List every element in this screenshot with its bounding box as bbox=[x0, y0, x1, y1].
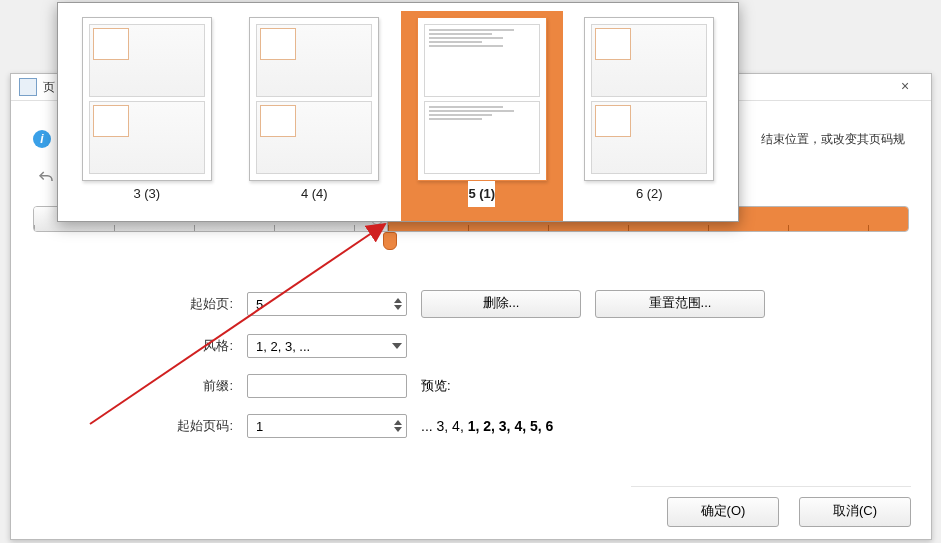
spinner-buttons[interactable] bbox=[394, 420, 402, 432]
app-icon bbox=[19, 78, 37, 96]
chevron-down-icon[interactable] bbox=[392, 343, 402, 349]
thumbnail-popup: 3 (3) 4 (4) 5 (1) 6 (2) bbox=[57, 2, 739, 222]
start-page-label: 起始页: bbox=[33, 295, 233, 313]
start-number-value: 1 bbox=[256, 419, 263, 434]
style-label: 风格: bbox=[33, 337, 233, 355]
chevron-down-icon[interactable] bbox=[394, 427, 402, 432]
thumbnail-caption: 3 (3) bbox=[133, 181, 160, 207]
chevron-up-icon[interactable] bbox=[394, 420, 402, 425]
thumbnail-caption: 5 (1) bbox=[468, 181, 495, 207]
undo-icon[interactable] bbox=[37, 169, 55, 187]
thumbnail-page bbox=[82, 17, 212, 181]
thumbnail-item[interactable]: 3 (3) bbox=[66, 11, 228, 221]
thumbnail-item[interactable]: 6 (2) bbox=[569, 11, 731, 221]
start-page-input[interactable]: 5 bbox=[247, 292, 407, 316]
prefix-input[interactable] bbox=[247, 374, 407, 398]
start-number-label: 起始页码: bbox=[33, 417, 233, 435]
close-icon[interactable]: × bbox=[887, 78, 923, 96]
preview-prefix-text: ... 3, 4, bbox=[421, 418, 468, 434]
thumbnail-page bbox=[584, 17, 714, 181]
spinner-buttons[interactable] bbox=[394, 298, 402, 310]
handle-pin-icon bbox=[383, 232, 397, 250]
thumbnail-page bbox=[249, 17, 379, 181]
preview-value: ... 3, 4, 1, 2, 3, 4, 5, 6 bbox=[421, 418, 765, 434]
reset-range-button[interactable]: 重置范围... bbox=[595, 290, 765, 318]
chevron-down-icon[interactable] bbox=[394, 305, 402, 310]
style-combo[interactable]: 1, 2, 3, ... bbox=[247, 334, 407, 358]
thumbnail-caption: 6 (2) bbox=[636, 181, 663, 207]
start-page-value: 5 bbox=[256, 297, 263, 312]
thumbnail-caption: 4 (4) bbox=[301, 181, 328, 207]
delete-button[interactable]: 删除... bbox=[421, 290, 581, 318]
cancel-button[interactable]: 取消(C) bbox=[799, 497, 911, 527]
thumbnail-page bbox=[417, 17, 547, 181]
ruler-handle[interactable] bbox=[383, 230, 397, 250]
thumbnail-row: 3 (3) 4 (4) 5 (1) 6 (2) bbox=[58, 3, 738, 221]
prefix-label: 前缀: bbox=[33, 377, 233, 395]
info-icon: i bbox=[33, 130, 51, 148]
preview-bold-text: 1, 2, 3, 4, 5, 6 bbox=[468, 418, 554, 434]
start-number-input[interactable]: 1 bbox=[247, 414, 407, 438]
chevron-up-icon[interactable] bbox=[394, 298, 402, 303]
preview-label: 预览: bbox=[421, 377, 581, 395]
ok-button[interactable]: 确定(O) bbox=[667, 497, 779, 527]
thumbnail-item-selected[interactable]: 5 (1) bbox=[401, 11, 563, 221]
thumbnail-item[interactable]: 4 (4) bbox=[234, 11, 396, 221]
style-value: 1, 2, 3, ... bbox=[256, 339, 310, 354]
